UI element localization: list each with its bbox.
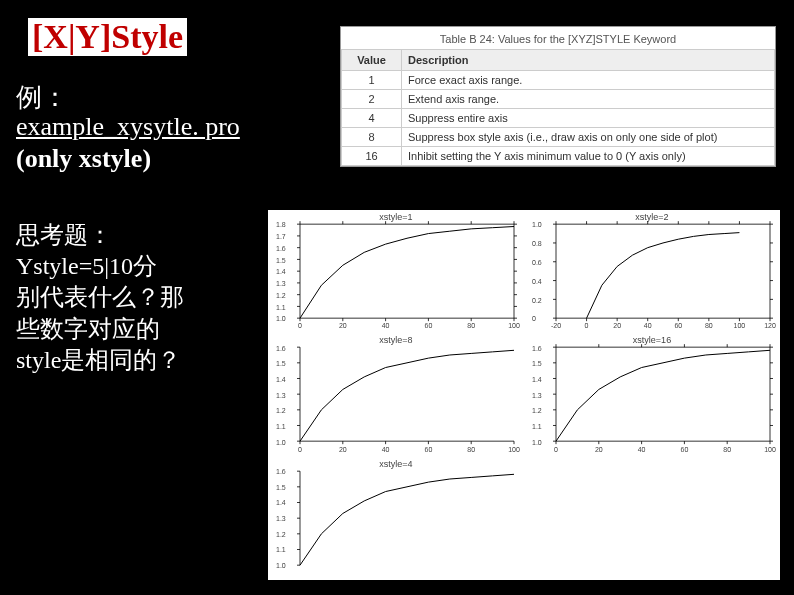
y-tick-label: 1.3 (276, 280, 286, 287)
y-tick-label: 1.3 (532, 391, 542, 398)
cell-desc: Force exact axis range. (402, 71, 775, 90)
cell-desc: Suppress entire axis (402, 109, 775, 128)
y-tick-label: 1.7 (276, 233, 286, 240)
y-tick-label: 0.2 (532, 296, 542, 303)
y-tick-label: 1.1 (276, 546, 286, 553)
x-tick-label: 20 (339, 446, 347, 453)
y-tick-label: 1.0 (532, 221, 542, 228)
x-tick-label: 60 (424, 446, 432, 453)
x-tick-label: 100 (508, 322, 520, 329)
x-tick-label: 80 (467, 322, 475, 329)
y-tick-label: 1.4 (276, 268, 286, 275)
cell-desc: Suppress box style axis (i.e., draw axis… (402, 128, 775, 147)
y-tick-label: 1.6 (276, 344, 286, 351)
example-link[interactable]: example_xysytle. pro (16, 112, 240, 142)
y-tick-label: 1.8 (276, 221, 286, 228)
y-tick-label: 0.4 (532, 277, 542, 284)
cell-value: 16 (342, 147, 402, 166)
chart-cell: xstyle=81.01.11.21.31.41.51.602040608010… (268, 333, 524, 456)
y-tick-label: 1.6 (276, 468, 286, 475)
y-tick-label: 1.5 (276, 360, 286, 367)
x-tick-label: 20 (339, 322, 347, 329)
chart-cell: xstyle=11.01.11.21.31.41.51.61.71.802040… (268, 210, 524, 333)
y-tick-label: 1.1 (532, 423, 542, 430)
table-row: 4Suppress entire axis (342, 109, 775, 128)
y-tick-label: 0.6 (532, 258, 542, 265)
x-tick-label: 100 (508, 446, 520, 453)
y-tick-label: 1.2 (532, 407, 542, 414)
cell-value: 1 (342, 71, 402, 90)
y-tick-label: 1.0 (276, 438, 286, 445)
y-tick-label: 1.6 (276, 244, 286, 251)
chart-cell: xstyle=41.01.11.21.31.41.51.6 (268, 457, 524, 580)
x-tick-label: 120 (764, 322, 776, 329)
x-tick-label: 60 (680, 446, 688, 453)
x-tick-label: 0 (298, 322, 302, 329)
question-line: 别代表什么？那 (16, 282, 246, 313)
x-tick-label: 80 (705, 322, 713, 329)
x-tick-label: 40 (644, 322, 652, 329)
y-tick-label: 0.8 (532, 240, 542, 247)
question-line: 些数字对应的 (16, 314, 246, 345)
x-tick-label: 0 (585, 322, 589, 329)
y-tick-label: 1.4 (276, 499, 286, 506)
x-tick-label: 80 (723, 446, 731, 453)
y-tick-label: 1.0 (276, 562, 286, 569)
cell-desc: Extend axis range. (402, 90, 775, 109)
x-tick-label: 60 (424, 322, 432, 329)
slide-title: [X|Y]Style (28, 18, 187, 56)
y-tick-label: 1.2 (276, 291, 286, 298)
y-tick-label: 1.5 (276, 483, 286, 490)
table-row: 1Force exact axis range. (342, 71, 775, 90)
y-tick-label: 1.1 (276, 303, 286, 310)
chart-cell (524, 457, 780, 580)
charts-panel: xstyle=11.01.11.21.31.41.51.61.71.802040… (268, 210, 780, 580)
x-tick-label: 80 (467, 446, 475, 453)
cell-desc: Inhibit setting the Y axis minimum value… (402, 147, 775, 166)
cell-value: 2 (342, 90, 402, 109)
chart-cell: xstyle=161.01.11.21.31.41.51.60204060801… (524, 333, 780, 456)
table-row: 16Inhibit setting the Y axis minimum val… (342, 147, 775, 166)
cell-value: 8 (342, 128, 402, 147)
x-tick-label: 20 (613, 322, 621, 329)
x-tick-label: 100 (734, 322, 746, 329)
example-label: 例： (16, 80, 68, 115)
style-values-table: Table B 24: Values for the [XYZ]STYLE Ke… (340, 26, 776, 167)
curve (300, 351, 514, 442)
x-tick-label: 40 (638, 446, 646, 453)
x-tick-label: -20 (551, 322, 561, 329)
curve (300, 227, 514, 319)
x-tick-label: 20 (595, 446, 603, 453)
cell-value: 4 (342, 109, 402, 128)
curve (587, 233, 740, 319)
y-tick-label: 1.6 (532, 344, 542, 351)
chart-cell: xstyle=200.20.40.60.81.0-200204060801001… (524, 210, 780, 333)
y-tick-label: 1.3 (276, 515, 286, 522)
x-tick-label: 0 (298, 446, 302, 453)
y-tick-label: 0 (532, 315, 536, 322)
curve (300, 474, 514, 565)
table-caption: Table B 24: Values for the [XYZ]STYLE Ke… (341, 27, 775, 49)
y-tick-label: 1.2 (276, 530, 286, 537)
y-tick-label: 1.1 (276, 423, 286, 430)
table-row: 2Extend axis range. (342, 90, 775, 109)
x-tick-label: 100 (764, 446, 776, 453)
example-note: (only xstyle) (16, 144, 151, 174)
col-header-value: Value (342, 50, 402, 71)
x-tick-label: 60 (674, 322, 682, 329)
y-tick-label: 1.3 (276, 391, 286, 398)
x-tick-label: 0 (554, 446, 558, 453)
question-line: 思考题： (16, 220, 246, 251)
x-tick-label: 40 (382, 322, 390, 329)
y-tick-label: 1.4 (276, 376, 286, 383)
y-tick-label: 1.4 (532, 376, 542, 383)
y-tick-label: 1.0 (276, 315, 286, 322)
y-tick-label: 1.5 (532, 360, 542, 367)
question-line: style是相同的？ (16, 345, 246, 376)
question-block: 思考题： Ystyle=5|10分 别代表什么？那 些数字对应的 style是相… (16, 220, 246, 376)
x-tick-label: 40 (382, 446, 390, 453)
question-line: Ystyle=5|10分 (16, 251, 246, 282)
curve (556, 351, 770, 442)
col-header-desc: Description (402, 50, 775, 71)
table-row: 8Suppress box style axis (i.e., draw axi… (342, 128, 775, 147)
